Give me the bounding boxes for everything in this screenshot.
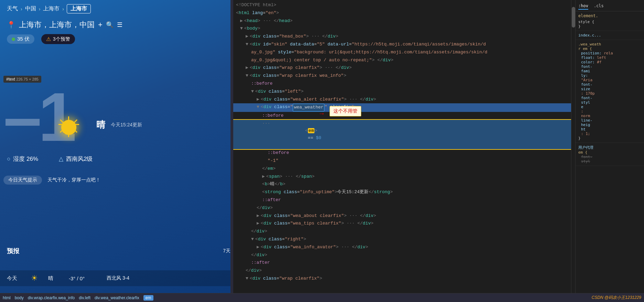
code-line: ::after bbox=[233, 196, 571, 204]
humidity-icon: ○ bbox=[7, 156, 10, 163]
today-temp: -3° / 0° bbox=[69, 275, 96, 281]
prop-font-style: font- bbox=[578, 96, 641, 100]
add-icon[interactable]: + bbox=[98, 20, 103, 29]
user-agent-section: 用户代理 em { font- styl bbox=[576, 143, 644, 166]
tab-hov[interactable]: :hov bbox=[578, 3, 588, 10]
code-line: ▼ <div id="skin" data-data="5" data-url=… bbox=[233, 41, 571, 49]
user-agent-label: 用户代理 bbox=[578, 145, 641, 150]
condition-label: 晴 bbox=[96, 119, 105, 131]
wind-text: 西南风2级 bbox=[66, 155, 93, 163]
wind-icon: △ bbox=[59, 155, 63, 163]
temp-badge: 35 伏 bbox=[7, 34, 34, 44]
prop-font-family: font- bbox=[578, 64, 641, 69]
prop-colon: : bbox=[578, 109, 641, 114]
bc-div-wea-weather[interactable]: div.wea_weather.clearfix bbox=[95, 295, 139, 300]
code-line: </em> bbox=[233, 165, 571, 173]
code-line: </div> bbox=[233, 267, 571, 275]
today-wind: 西北风 3-4 bbox=[107, 275, 224, 281]
code-line: </div> bbox=[233, 204, 571, 212]
sun-container bbox=[55, 114, 83, 143]
code-line-em[interactable]: ··· <em> == $0 bbox=[233, 120, 571, 149]
sun-circle bbox=[61, 120, 76, 135]
annotation-box: 这个不用管 → bbox=[330, 106, 361, 116]
nav-chevron-3: › bbox=[62, 6, 64, 12]
code-line: ▼ <div class="right" > bbox=[233, 236, 571, 243]
annotation-text: 这个不用管 bbox=[333, 108, 357, 114]
bc-div-left[interactable]: div.left bbox=[79, 295, 90, 300]
today-forecast: 今天 ☀ 晴 -3° / 0° 西北风 3-4 bbox=[0, 270, 230, 286]
code-line: ▶ <head> ··· </head> bbox=[233, 17, 571, 25]
bc-body[interactable]: body bbox=[15, 295, 24, 300]
forecast-days: 7天 bbox=[223, 248, 230, 254]
code-line-wea-weather: ▼ <div class="wea_weather" clearfix" > bbox=[233, 103, 571, 112]
tips-button[interactable]: 今日天气提示 bbox=[3, 176, 42, 185]
location-pin-icon: 📍 bbox=[7, 21, 15, 29]
humidity-wind: ○ 湿度 26% △ 西南风2级 bbox=[7, 155, 93, 163]
prop-ly: ly: bbox=[578, 73, 641, 78]
weather-text: 晴 今天15:24更新 bbox=[96, 119, 142, 131]
weather-nav: 天气 › 中国 › 上海市 › 上海市 bbox=[0, 0, 230, 18]
code-line: </div> bbox=[233, 228, 571, 236]
prop-norm: norm bbox=[578, 114, 641, 118]
wea-weather-section: .wea_weath r em { position: rela float: … bbox=[576, 40, 644, 143]
prop-170: : 170p bbox=[578, 91, 641, 96]
nav-chevron-1: › bbox=[21, 6, 22, 12]
location-text: 上海市，上海市，中国 bbox=[19, 20, 95, 30]
code-line: <b> 晴 </b> bbox=[233, 180, 571, 188]
element-style-section: element. style { } bbox=[576, 11, 644, 31]
bc-html[interactable]: html bbox=[3, 295, 11, 300]
today-icon: ☀ bbox=[31, 274, 38, 283]
forecast-header: 预报 7天 bbox=[7, 247, 230, 255]
forecast-label: 预报 bbox=[7, 247, 19, 255]
nav-shanghai-shi[interactable]: 上海市 bbox=[43, 5, 60, 12]
today-day: 今天 bbox=[7, 275, 21, 282]
search-icon[interactable]: 🔍 bbox=[106, 21, 114, 29]
tips-text: 天气干冷，穿厚一点吧！ bbox=[47, 177, 100, 183]
tab-cls[interactable]: .cls bbox=[594, 3, 604, 10]
code-line: ▼ <div class="left" > bbox=[233, 88, 571, 96]
bc-em[interactable]: em bbox=[143, 295, 153, 301]
tooltip-text: #text bbox=[6, 77, 15, 82]
nav-tianqi[interactable]: 天气 bbox=[7, 5, 18, 12]
code-line: </div> bbox=[233, 251, 571, 259]
tooltip-dim: 226.75 × 285 bbox=[16, 77, 39, 81]
code-line: ::after bbox=[233, 259, 571, 267]
warning-badge[interactable]: ⚠ 3个预警 bbox=[41, 34, 75, 44]
scroll-thumb[interactable] bbox=[572, 7, 575, 28]
prop-float: float: left bbox=[578, 55, 641, 60]
code-line: ▶ <div class="wea_tips clearfix" > ··· <… bbox=[233, 220, 571, 228]
code-line: <strong class="info_uptime" > 今天15:24更新 … bbox=[233, 188, 571, 196]
today-condition: 晴 bbox=[48, 275, 58, 282]
bc-div-wrap[interactable]: div.wrap.clearfix.wea_info bbox=[28, 295, 75, 300]
code-line: ▶ <div class="wea_about clearfix" > ··· … bbox=[233, 212, 571, 220]
temp-value: 35 伏 bbox=[17, 36, 30, 42]
index-section: index.c... bbox=[576, 31, 644, 40]
menu-icon[interactable]: ☰ bbox=[117, 21, 122, 29]
wea-selector2: r em { bbox=[578, 46, 641, 51]
nav-zhongguo[interactable]: 中国 bbox=[25, 5, 36, 12]
code-area[interactable]: <!DOCTYPE html> <html lang="en" > ▶ <hea… bbox=[233, 0, 571, 293]
update-time: 今天15:24更新 bbox=[111, 122, 142, 128]
close-brace: } bbox=[578, 136, 641, 140]
nav-shanghai-active[interactable]: 上海市 bbox=[67, 4, 91, 13]
scrollbar[interactable] bbox=[571, 0, 575, 293]
em-prop1: font- bbox=[578, 155, 641, 159]
code-line: ::before bbox=[233, 112, 571, 120]
prop-size: size bbox=[578, 87, 641, 91]
code-line: ▶ <div class="head_box" > ··· </div> bbox=[233, 33, 571, 41]
code-line: ay_0.jpg" style="background: url(&quot;h… bbox=[233, 49, 571, 56]
prop-font-family2: fami bbox=[578, 69, 641, 73]
prop-styl: styl bbox=[578, 100, 641, 105]
breadcrumb-bar: html body div.wrap.clearfix.wea_info div… bbox=[0, 293, 644, 302]
code-line: ▶ <div class="wea_alert clearfix" > ··· … bbox=[233, 96, 571, 104]
styles-tabs: :hov .cls bbox=[576, 1, 644, 11]
csdn-watermark: CSDN @码农小王1231229 bbox=[592, 295, 641, 301]
code-line: <!DOCTYPE html> bbox=[233, 1, 571, 9]
panel-divider bbox=[230, 0, 233, 293]
wea-selector: .wea_weath bbox=[578, 42, 641, 46]
green-dot bbox=[12, 38, 15, 41]
tooltip: #text 226.75 × 285 bbox=[3, 76, 41, 83]
warning-text: 3个预警 bbox=[53, 36, 70, 42]
nav-chevron-2: › bbox=[39, 6, 41, 12]
em-selector: em { bbox=[578, 150, 641, 155]
